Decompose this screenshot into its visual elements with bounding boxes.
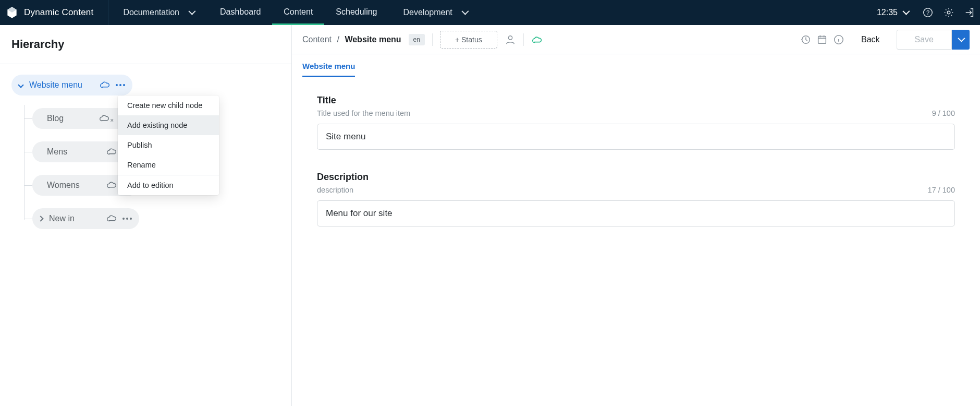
cloud-icon (99, 81, 111, 89)
ctx-create-child[interactable]: Create new child node (118, 95, 219, 115)
tab-label: Content (284, 7, 313, 17)
tree-node-new-in[interactable]: New in (32, 208, 139, 229)
cloud-icon (106, 148, 117, 156)
content-toolbar: Content / Website menu en + Status (292, 25, 980, 54)
tree-node-label: Website menu (29, 80, 96, 90)
author-icon[interactable] (505, 34, 516, 45)
main-split: Hierarchy Website menu Blog ✕ (0, 25, 980, 406)
tab-label: Dashboard (220, 7, 261, 17)
chevron-right-icon[interactable] (38, 216, 43, 221)
node-more-button[interactable] (114, 82, 127, 88)
calendar-icon[interactable] (816, 34, 828, 45)
svg-point-3 (508, 35, 512, 39)
crumb-sep: / (334, 35, 342, 44)
environment-dropdown-label: Development (403, 8, 452, 17)
tree-node-label: New in (49, 214, 103, 223)
cloud-x-icon: ✕ (110, 118, 114, 123)
toolbar-separator (523, 33, 524, 46)
breadcrumb: Content / Website menu (302, 35, 401, 44)
document-tabs: Website menu (292, 54, 980, 77)
history-icon[interactable] (800, 34, 811, 45)
svg-text:?: ? (926, 9, 929, 16)
ctx-add-to-edition[interactable]: Add to edition (118, 175, 219, 195)
language-pill[interactable]: en (409, 34, 425, 45)
primary-nav: Dashboard Content Scheduling (209, 0, 389, 25)
content-pane: Content / Website menu en + Status (292, 25, 980, 406)
hierarchy-sidebar: Hierarchy Website menu Blog ✕ (0, 25, 292, 406)
section-dropdown[interactable]: Documentation (108, 0, 209, 25)
app-name: Dynamic Content (24, 7, 93, 18)
doc-tab-website-menu[interactable]: Website menu (302, 62, 355, 77)
description-input[interactable] (317, 200, 955, 226)
field-hint: description (317, 186, 353, 194)
ctx-add-existing[interactable]: Add existing node (118, 115, 219, 135)
cloud-icon (106, 214, 117, 223)
svg-point-2 (947, 11, 950, 14)
tab-content[interactable]: Content (272, 0, 324, 25)
field-counter: 9 / 100 (932, 109, 955, 117)
cloud-icon (106, 181, 117, 189)
settings-icon[interactable] (938, 0, 959, 25)
environment-dropdown[interactable]: Development (389, 0, 482, 25)
app-logo-icon (5, 6, 19, 19)
tree-node-label: Womens (47, 181, 103, 190)
top-bar: Dynamic Content Documentation Dashboard … (0, 0, 980, 25)
save-button-group: Save (897, 30, 970, 50)
toolbar-separator (432, 33, 433, 46)
field-description: Description description 17 / 100 (317, 172, 955, 226)
add-status-button[interactable]: + Status (440, 31, 497, 49)
section-dropdown-label: Documentation (123, 8, 179, 17)
cloud-icon (99, 114, 110, 123)
chevron-down-icon (902, 8, 910, 15)
tab-dashboard[interactable]: Dashboard (209, 0, 272, 25)
tree-node-label: Blog (47, 114, 95, 123)
node-context-menu: Create new child node Add existing node … (118, 95, 219, 195)
field-hint: Title used for the menu item (317, 109, 410, 117)
content-form: Title Title used for the menu item 9 / 1… (292, 77, 980, 266)
save-dropdown-button[interactable] (952, 30, 970, 50)
crumb-root[interactable]: Content (302, 35, 332, 44)
hierarchy-tree: Website menu Blog ✕ (0, 64, 291, 240)
info-icon[interactable] (833, 34, 844, 45)
chevron-down-icon[interactable] (18, 82, 23, 88)
chevron-down-icon (461, 8, 469, 15)
sidebar-title: Hierarchy (0, 25, 291, 64)
chevron-down-icon (188, 8, 195, 15)
time-dropdown[interactable]: 12:35 (867, 0, 917, 25)
logout-icon[interactable] (959, 0, 980, 25)
back-button[interactable]: Back (850, 31, 891, 49)
field-title: Title Title used for the menu item 9 / 1… (317, 95, 955, 150)
field-label: Title (317, 95, 955, 106)
field-counter: 17 / 100 (928, 186, 955, 194)
tab-label: Scheduling (336, 7, 377, 17)
svg-rect-5 (818, 36, 826, 43)
tab-scheduling[interactable]: Scheduling (324, 0, 388, 25)
time-label: 12:35 (877, 8, 898, 17)
tree-root-node[interactable]: Website menu (11, 75, 132, 95)
crumb-current: Website menu (345, 35, 401, 44)
ctx-rename[interactable]: Rename (118, 155, 219, 175)
title-input[interactable] (317, 124, 955, 150)
tree-node-label: Mens (47, 147, 103, 157)
help-icon[interactable]: ? (917, 0, 938, 25)
publish-cloud-icon[interactable] (531, 34, 543, 45)
brand: Dynamic Content (0, 0, 108, 25)
field-label: Description (317, 172, 955, 183)
save-button[interactable]: Save (897, 30, 952, 50)
ctx-publish[interactable]: Publish (118, 135, 219, 155)
node-more-button[interactable] (120, 216, 134, 222)
